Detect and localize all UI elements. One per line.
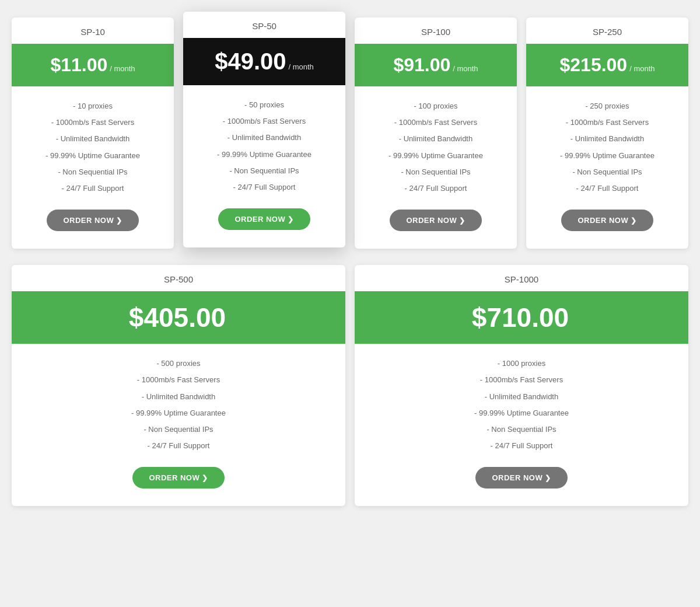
price-band-sp10: $11.00 / month (12, 44, 174, 86)
plan-name-sp100: SP-100 (355, 18, 517, 44)
plan-card-sp10: SP-10 $11.00 / month - 10 proxies - 1000… (12, 18, 174, 249)
period-sp50: / month (288, 62, 313, 71)
feature-item: - 500 proxies (18, 355, 340, 372)
price-band-sp100: $91.00 / month (355, 44, 517, 86)
features-sp250: - 250 proxies - 1000mb/s Fast Servers - … (526, 86, 688, 210)
plan-name-sp10: SP-10 (12, 18, 174, 44)
feature-item: - 24/7 Full Support (360, 438, 682, 454)
arrow-wrapper: ORDER NOW (183, 208, 345, 230)
feature-item: - 24/7 Full Support (360, 180, 511, 197)
price-sp10: $11.00 (50, 54, 107, 76)
order-btn-sp100[interactable]: ORDER NOW (390, 210, 481, 231)
feature-item: - 99.99% Uptime Guarantee (18, 405, 340, 421)
feature-item: - Unlimited Bandwidth (532, 131, 682, 147)
feature-item: - Non Sequential IPs (18, 164, 168, 180)
price-sp500: $405.00 (129, 302, 226, 333)
features-sp1000: - 1000 proxies - 1000mb/s Fast Servers -… (355, 344, 688, 467)
feature-item: - 24/7 Full Support (18, 438, 340, 454)
order-btn-sp10[interactable]: ORDER NOW (47, 210, 138, 231)
price-sp1000: $710.00 (472, 302, 569, 333)
feature-item: - Unlimited Bandwidth (360, 131, 511, 147)
features-sp100: - 100 proxies - 1000mb/s Fast Servers - … (355, 86, 517, 210)
period-sp100: / month (453, 64, 478, 73)
feature-item: - 10 proxies (18, 98, 168, 114)
plan-card-sp1000: SP-1000 $710.00 - 1000 proxies - 1000mb/… (355, 265, 688, 506)
plan-card-sp100: SP-100 $91.00 / month - 100 proxies - 10… (355, 18, 517, 249)
price-band-sp1000: $710.00 (355, 291, 688, 344)
features-sp50: - 50 proxies - 1000mb/s Fast Servers - U… (183, 85, 345, 208)
feature-item: - 99.99% Uptime Guarantee (18, 148, 168, 164)
feature-item: - 1000mb/s Fast Servers (360, 372, 682, 388)
feature-item: - 24/7 Full Support (189, 179, 340, 196)
features-sp10: - 10 proxies - 1000mb/s Fast Servers - U… (12, 86, 174, 210)
price-band-sp50: $49.00 / month (183, 38, 345, 85)
price-sp100: $91.00 (393, 54, 450, 76)
price-sp50: $49.00 (215, 48, 286, 75)
order-btn-sp1000[interactable]: ORDER NOW (475, 467, 567, 489)
feature-item: - 99.99% Uptime Guarantee (360, 405, 682, 421)
plan-card-sp50: SP-50 $49.00 / month - 50 proxies - 1000… (183, 12, 345, 247)
feature-item: - 1000 proxies (360, 355, 682, 372)
features-sp500: - 500 proxies - 1000mb/s Fast Servers - … (12, 344, 345, 467)
feature-item: - 99.99% Uptime Guarantee (360, 148, 511, 164)
bottom-plan-grid: SP-500 $405.00 - 500 proxies - 1000mb/s … (12, 265, 688, 506)
feature-item: - 1000mb/s Fast Servers (18, 372, 340, 388)
order-btn-sp250[interactable]: ORDER NOW (561, 210, 653, 231)
feature-item: - Unlimited Bandwidth (18, 131, 168, 147)
feature-item: - 99.99% Uptime Guarantee (532, 148, 682, 164)
feature-item: - Unlimited Bandwidth (18, 389, 340, 405)
feature-item: - 50 proxies (189, 97, 340, 113)
feature-item: - 1000mb/s Fast Servers (18, 114, 168, 131)
feature-item: - 1000mb/s Fast Servers (189, 113, 340, 130)
feature-item: - 1000mb/s Fast Servers (360, 114, 511, 131)
order-btn-sp50[interactable]: ORDER NOW (218, 208, 310, 230)
feature-item: - Non Sequential IPs (532, 164, 682, 180)
plan-name-sp1000: SP-1000 (355, 265, 688, 291)
price-band-sp250: $215.00 / month (526, 44, 688, 86)
order-btn-sp500[interactable]: ORDER NOW (132, 467, 224, 489)
feature-item: - 250 proxies (532, 98, 682, 114)
period-sp10: / month (110, 64, 135, 73)
plan-card-sp250: SP-250 $215.00 / month - 250 proxies - 1… (526, 18, 688, 249)
price-band-sp500: $405.00 (12, 291, 345, 344)
feature-item: - Non Sequential IPs (360, 164, 511, 180)
feature-item: - 99.99% Uptime Guarantee (189, 146, 340, 163)
feature-item: - 24/7 Full Support (18, 180, 168, 197)
feature-item: - Non Sequential IPs (360, 421, 682, 438)
price-sp250: $215.00 (559, 54, 627, 76)
plan-name-sp250: SP-250 (526, 18, 688, 44)
feature-item: - Non Sequential IPs (18, 421, 340, 438)
period-sp250: / month (629, 64, 654, 73)
feature-item: - 24/7 Full Support (532, 180, 682, 197)
top-plan-grid: SP-10 $11.00 / month - 10 proxies - 1000… (12, 18, 688, 253)
feature-item: - 1000mb/s Fast Servers (532, 114, 682, 131)
plan-name-sp500: SP-500 (12, 265, 345, 291)
plan-name-sp50: SP-50 (183, 12, 345, 38)
feature-item: - Unlimited Bandwidth (189, 130, 340, 146)
plan-card-sp500: SP-500 $405.00 - 500 proxies - 1000mb/s … (12, 265, 345, 506)
feature-item: - Non Sequential IPs (189, 163, 340, 179)
feature-item: - Unlimited Bandwidth (360, 389, 682, 405)
feature-item: - 100 proxies (360, 98, 511, 114)
